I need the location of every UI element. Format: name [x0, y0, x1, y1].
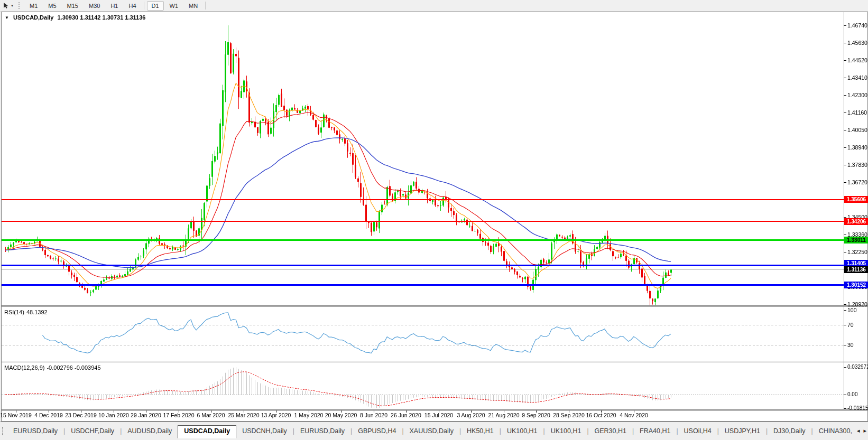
- price-tick-label: 1.40050: [847, 127, 867, 133]
- macd-pane-label: MACD(12,26,9)-0.002796 -0.003945: [4, 364, 103, 371]
- tabs-scroll-right-button[interactable]: ▸: [863, 427, 866, 434]
- date-label: 13 Apr 2020: [261, 412, 291, 418]
- date-label: 26 Jun 2020: [391, 412, 421, 418]
- date-label: 15 Jul 2020: [424, 412, 453, 418]
- tabs-scroll-left-button[interactable]: ◂: [857, 427, 860, 434]
- toolbar-separator: [205, 2, 206, 10]
- tab-uk100-h1[interactable]: UK100,H1: [501, 425, 543, 438]
- macd-values: -0.002796 -0.003945: [47, 364, 100, 371]
- date-label: 28 Sep 2020: [553, 412, 585, 418]
- tab-usdjpy-h1[interactable]: USDJPY,H1: [719, 425, 766, 438]
- chart-ohlc-values: 1.30930 1.31142 1.30731 1.31136: [57, 14, 145, 21]
- tab-usdcnh-daily[interactable]: USDCNH,Daily: [236, 425, 293, 438]
- date-label: 15 Nov 2019: [0, 412, 32, 418]
- tab-dj30-daily[interactable]: DJ30,Daily: [768, 425, 811, 438]
- macd-axis-label: 0.032972: [847, 364, 868, 370]
- price-tick-label: 1.45630: [847, 40, 867, 46]
- rsi-pane-label: RSI(14)48.1392: [4, 309, 50, 315]
- timeframe-button-m30[interactable]: M30: [84, 1, 105, 11]
- tab-usdchf-daily[interactable]: USDCHF,Daily: [65, 425, 120, 438]
- cursor-icon: [3, 2, 10, 9]
- macd-axis-label: 0.00: [847, 391, 857, 397]
- date-label: 9 Sep 2020: [522, 412, 550, 418]
- dropdown-caret-icon[interactable]: ▾: [11, 3, 13, 8]
- date-label: 4 Dec 2019: [34, 412, 63, 418]
- price-tick-label: 1.44520: [847, 57, 867, 63]
- macd-name: MACD(12,26,9): [4, 364, 44, 371]
- timeframe-button-h4[interactable]: H4: [124, 1, 141, 11]
- tab-china300-h1[interactable]: CHINA300,H1: [813, 425, 852, 438]
- timeframe-group: M1M5M15M30H1H4D1W1MN: [24, 0, 208, 11]
- timeframe-button-m15[interactable]: M15: [62, 1, 83, 11]
- chart-tab-bar: EURUSD,Daily|USDCHF,Daily|AUDUSD,DailyUS…: [0, 422, 868, 440]
- macd-axis-label: -0.018154: [847, 405, 868, 411]
- date-label: 23 Dec 2019: [65, 412, 97, 418]
- rsi-level-label: 30: [847, 342, 854, 348]
- date-label: 10 Jan 2020: [98, 412, 129, 418]
- hline-price-badge: 1.35606: [844, 196, 868, 203]
- tab-usdcad-daily[interactable]: USDCAD,Daily: [178, 425, 236, 438]
- price-chart-canvas[interactable]: [2, 12, 867, 421]
- chart-symbol-label: USDCAD,Daily: [13, 14, 53, 21]
- date-label: 25 Mar 2020: [228, 412, 260, 418]
- date-label: 3 Aug 2020: [457, 412, 485, 418]
- tabbar-grip[interactable]: [2, 427, 4, 435]
- tab-eurusd-daily[interactable]: EURUSD,Daily: [7, 425, 63, 438]
- tab-xauusd-daily[interactable]: XAUUSD,Daily: [404, 425, 459, 438]
- price-tick-label: 1.46740: [847, 22, 867, 29]
- hline-price-badge: 1.33011: [844, 237, 868, 244]
- timeframe-button-w1[interactable]: W1: [165, 1, 183, 11]
- rsi-value: 48.1392: [26, 309, 48, 315]
- current-price-badge: 1.31136: [844, 266, 868, 273]
- date-label: 21 Aug 2020: [488, 412, 520, 418]
- rsi-name: RSI(14): [4, 309, 24, 315]
- toolbar-separator: [144, 2, 144, 10]
- date-label: 29 Jan 2020: [131, 412, 161, 418]
- price-tick-label: 1.37830: [847, 162, 867, 168]
- tab-eurusd-daily[interactable]: EURUSD,Daily: [294, 425, 350, 438]
- collapse-triangle-icon[interactable]: ▼: [5, 15, 9, 20]
- timeframe-button-m5[interactable]: M5: [43, 1, 61, 11]
- timeframe-toolbar: ▾ M1M5M15M30H1H4D1W1MN: [0, 0, 868, 12]
- date-label: 8 Jun 2020: [360, 412, 387, 418]
- chart-title: ▼ USDCAD,Daily 1.30930 1.31142 1.30731 1…: [5, 14, 147, 21]
- hline-price-badge: 1.34206: [844, 218, 868, 225]
- date-label: 16 Oct 2020: [586, 412, 616, 418]
- tab-audusd-daily[interactable]: AUDUSD,Daily: [122, 425, 178, 438]
- tab-ger30-h1[interactable]: GER30,H1: [589, 425, 632, 438]
- tab-hk50-h1[interactable]: HK50,H1: [461, 425, 500, 438]
- timeframe-button-h1[interactable]: H1: [106, 1, 123, 11]
- chart-tabs: EURUSD,Daily|USDCHF,Daily|AUDUSD,DailyUS…: [7, 425, 852, 438]
- rsi-level-label: 100: [847, 307, 857, 313]
- tab-uk100-h1[interactable]: UK100,H1: [545, 425, 587, 438]
- chart-tools-button[interactable]: ▾: [1, 2, 15, 10]
- price-tick-label: 1.32250: [847, 249, 867, 255]
- date-label: 20 May 2020: [325, 412, 357, 418]
- tab-usoil-h4[interactable]: USOil,H4: [678, 425, 717, 438]
- price-tick-label: 1.42300: [847, 92, 867, 98]
- toolbar-grip[interactable]: [19, 2, 21, 9]
- date-label: 17 Feb 2020: [163, 412, 195, 418]
- timeframe-button-mn[interactable]: MN: [184, 1, 202, 11]
- hline-price-badge: 1.30152: [844, 282, 868, 288]
- date-label: 1 May 2020: [294, 412, 324, 418]
- price-tick-label: 1.41160: [847, 109, 867, 116]
- date-label: 4 Nov 2020: [620, 412, 648, 418]
- price-tick-label: 1.43410: [847, 74, 867, 81]
- rsi-level-label: 70: [847, 322, 854, 328]
- chart-window: ▼ USDCAD,Daily 1.30930 1.31142 1.30731 1…: [1, 12, 868, 422]
- timeframe-button-d1[interactable]: D1: [147, 1, 164, 11]
- tab-gbpusd-h4[interactable]: GBPUSD,H4: [352, 425, 402, 438]
- price-tick-label: 1.38940: [847, 144, 867, 151]
- date-label: 6 Mar 2020: [197, 412, 225, 418]
- price-tick-label: 1.36720: [847, 179, 867, 185]
- tab-fra40-h1[interactable]: FRA40,H1: [634, 425, 676, 438]
- timeframe-button-m1[interactable]: M1: [25, 1, 42, 11]
